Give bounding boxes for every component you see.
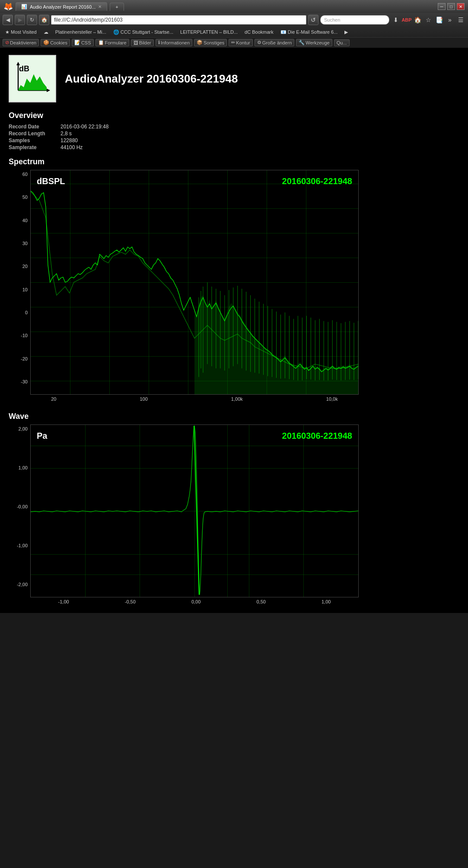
download-icon[interactable]: ⬇ [391,15,401,25]
kontur-icon: ✏ [231,40,235,45]
tool-grosse[interactable]: ⚙ Große ändern [255,39,294,46]
grid-h-3 [31,233,358,233]
bookmark-leiter[interactable]: LEITERPLATTEN – BILD... [178,29,240,35]
cloud-icon: ☁ [44,29,48,35]
bookmark-email[interactable]: 📧 Die E-Mail Software 6... [278,29,341,35]
wave-grid-v-3 [194,425,195,597]
grid-v-5 [227,170,228,394]
grid-h-7 [31,332,358,332]
grid-h-9 [31,381,358,381]
sonstiges-icon: 📦 [197,40,203,45]
spectrum-chart: dBSPL 20160306-221948 [30,170,359,395]
new-tab-button[interactable]: + [110,3,124,11]
grid-v-4 [188,170,188,394]
tool-sonstiges[interactable]: 📦 Sonstiges [194,39,227,46]
navigation-toolbar: ◀ ▶ ↻ 🏠 file:///C:/Android/temp/201603 ↺… [0,13,468,27]
record-length-label: Record Length [9,131,60,137]
title-bar: 🦊 📊 Audio Analyzer Report 20160... ✕ + ─… [0,0,468,13]
wave-grid-v-4 [249,425,249,597]
spectrum-date-label: 20160306-221948 [282,176,352,186]
tool-deaktivieren[interactable]: ⊘ Deaktivieren [3,39,39,46]
browser-chrome: 🦊 📊 Audio Analyzer Report 20160... ✕ + ─… [0,0,468,48]
grosse-icon: ⚙ [257,40,261,45]
tab-close-button[interactable]: ✕ [98,4,102,9]
star-icon[interactable]: ☆ [423,15,433,25]
adblock-icon[interactable]: ABP [402,15,411,25]
more-icon[interactable]: » [445,15,455,25]
reload-button[interactable]: ↺ [308,15,318,25]
tab-title: Audio Analyzer Report 20160... [30,4,96,10]
wave-pa-label: Pa [37,431,47,441]
grid-h-4 [31,258,358,258]
bookmarks-bar: ★ Overview Most Visited ☁ Platinenherste… [0,27,468,37]
record-date-label: Record Date [9,124,60,130]
grid-v-7 [306,170,306,394]
tool-css[interactable]: 📝 CSS [72,39,94,46]
title-bar-left: 🦊 📊 Audio Analyzer Report 20160... ✕ + [3,2,124,11]
bookmark-dc[interactable]: dC Bookmark [242,29,276,35]
tool-info[interactable]: ℹ Informationen [156,39,192,46]
wave-grid-v-2 [140,425,140,597]
grid-v-6 [267,170,267,394]
grid-h-8 [31,356,358,357]
wave-grid-v-spike [227,425,228,597]
tool-qu[interactable]: Qu... [334,39,350,46]
menu-icon[interactable]: ☰ [456,15,465,25]
bookmark-icon[interactable]: 📑 [434,15,444,25]
grid-v-3 [149,170,149,394]
home-icon2[interactable]: 🏠 [413,15,422,25]
close-button[interactable]: ✕ [457,3,465,10]
active-tab[interactable]: 📊 Audio Analyzer Report 20160... ✕ [16,2,107,11]
app-logo-svg: dB [13,59,52,98]
tool-kontur[interactable]: ✏ Kontur [229,39,252,46]
tool-formulare[interactable]: 📋 Formulare [96,39,129,46]
meta-table: Record Date 2016-03-06 22:19:48 Record L… [9,124,459,150]
toolbar-addon-icons: ⬇ ABP 🏠 ☆ 📑 » ☰ [391,15,465,25]
forward-button[interactable]: ▶ [15,15,25,25]
back-button[interactable]: ◀ [3,15,13,25]
meta-row-length: Record Length 2,8 s [9,131,459,137]
grid-h-5 [31,282,358,283]
spectrum-dbspl-label: dBSPL [37,176,65,186]
meta-row-samplerate: Samplerate 44100 Hz [9,144,459,150]
bookmark-more[interactable]: ▶ [342,29,350,35]
samplerate-value: 44100 Hz [60,144,83,150]
grid-h-2 [31,208,358,209]
grid-v-2 [109,170,110,394]
tool-werkzeuge[interactable]: 🔧 Werkzeuge [296,39,332,46]
meta-row-samples: Samples 122880 [9,137,459,144]
formulare-icon: 📋 [98,40,104,45]
minimize-button[interactable]: ─ [438,3,446,10]
bookmark-ccc[interactable]: 🌐 CCC Stuttgart - Startse... [111,29,176,35]
address-bar[interactable]: file:///C:/Android/temp/201603 [51,15,306,25]
wave-chart-wrapper: 2,00 1,00 -0,00 -1,00 -2,00 [9,424,459,606]
bookmark-cloud-icon[interactable]: ☁ [41,29,51,35]
spectrum-chart-wrapper: 60 50 40 30 20 10 0 -10 -20 -30 [9,170,459,403]
tool-cookies[interactable]: 🍪 Cookies [41,39,70,46]
bookmark-most-visited[interactable]: ★ Overview Most Visited [3,29,39,35]
home-button[interactable]: 🏠 [39,15,49,25]
most-visited-icon: ★ [5,29,10,35]
search-box[interactable]: Suchen [320,15,389,25]
wave-grid-v-5 [303,425,304,597]
samples-label: Samples [9,137,60,144]
wave-section: Wave 2,00 1,00 -0,00 -1,00 -2,00 [9,412,459,606]
record-date-value: 2016-03-06 22:19:48 [60,124,108,130]
grid-v-1 [70,170,70,394]
refresh-button[interactable]: ↻ [27,15,37,25]
window-controls: ─ □ ✕ [438,3,465,10]
wave-heading: Wave [9,412,459,421]
meta-row-date: Record Date 2016-03-06 22:19:48 [9,124,459,130]
werkzeuge-icon: 🔧 [299,40,305,45]
tool-bilder[interactable]: 🖼 Bilder [131,39,154,46]
svg-text:dB: dB [19,64,29,73]
bookmark-platinen[interactable]: Platinenhersteller – Mi... [53,29,109,35]
deaktivieren-icon: ⊘ [5,40,9,45]
record-length-value: 2,8 s [60,131,72,137]
cookies-icon: 🍪 [43,40,49,45]
spectrum-x-axis: 20 100 1,00k 10,0k [30,395,359,403]
spectrum-heading: Spectrum [9,157,459,166]
maximize-button[interactable]: □ [447,3,455,10]
browser-logo-icon: 🦊 [3,2,13,11]
wave-x-axis: -1,00 -0,50 0,00 0,50 1,00 [30,597,359,606]
